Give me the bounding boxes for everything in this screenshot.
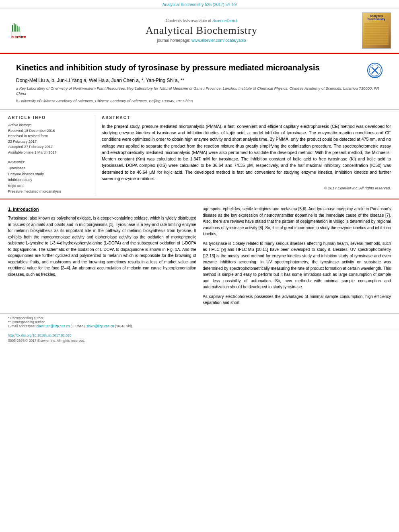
footnote-star: * Corresponding author. xyxy=(8,316,391,320)
svg-rect-1 xyxy=(12,25,13,31)
body-section: 1. Introduction Tyrosinase, also known a… xyxy=(0,199,399,313)
keywords-label: Keywords: xyxy=(8,160,88,164)
journal-cover-area: Analytical Biochemistry xyxy=(360,12,393,49)
journal-homepage-link[interactable]: www.elsevier.com/locate/yabio xyxy=(191,38,246,43)
article-info-panel: ARTICLE INFO Article history: Received 1… xyxy=(8,115,88,194)
kw-inhibition-study: Inhibition study xyxy=(8,177,88,183)
svg-rect-2 xyxy=(14,23,14,31)
intro-para-3: As tyrosinase is closely related to many… xyxy=(203,240,391,290)
article-info-heading: ARTICLE INFO xyxy=(8,115,88,120)
vertical-divider xyxy=(95,115,95,194)
body-right-column: age spots, ephelides, senile lentigines … xyxy=(203,206,391,309)
doi-anchor[interactable]: http://dx.doi.org/10.1016/j.ab.2017.02.0… xyxy=(8,333,71,337)
received-revised-label: Received in revised form xyxy=(8,134,88,139)
authors-line: Dong-Mei Liu a, b, Jun-Li Yang a, Wei Ha… xyxy=(16,78,383,83)
elsevier-logo-area: ELSEVIER xyxy=(6,12,43,49)
email-1-link[interactable]: chenjuan@licp.cas.cn xyxy=(36,324,70,328)
article-info-abstract-section: ARTICLE INFO Article history: Received 1… xyxy=(0,110,399,199)
intro-para-2: age spots, ephelides, senile lentigines … xyxy=(203,206,391,237)
svg-text:ELSEVIER: ELSEVIER xyxy=(11,35,26,39)
footnote-emails: E-mail addresses: chenjuan@licp.cas.cn (… xyxy=(8,324,391,328)
affiliation-a: a Key Laboratory of Chemistry of Northwe… xyxy=(16,86,383,97)
citation-text: Analytical Biochemistry 525 (2017) 54–59 xyxy=(162,2,237,7)
available-date: Available online 1 March 2017 xyxy=(8,150,88,156)
doi-link[interactable]: http://dx.doi.org/10.1016/j.ab.2017.02.0… xyxy=(8,333,391,337)
intro-para-1: Tyrosinase, also known as polyphenol oxi… xyxy=(8,215,196,277)
svg-rect-5 xyxy=(19,27,19,31)
journal-header: ELSEVIER Contents lists available at Sci… xyxy=(0,8,399,53)
accepted-date: Accepted 27 February 2017 xyxy=(8,144,88,150)
received-revised-date: 22 February 2017 xyxy=(8,139,88,145)
footnote-starstar: ** Corresponding author. xyxy=(8,320,391,324)
copyright-text: © 2017 Elsevier Inc. All rights reserved… xyxy=(102,186,391,190)
footer-section: http://dx.doi.org/10.1016/j.ab.2017.02.0… xyxy=(0,330,399,346)
citation-bar: Analytical Biochemistry 525 (2017) 54–59 xyxy=(0,0,399,8)
science-direct-link[interactable]: ScienceDirect xyxy=(212,18,237,23)
body-left-column: 1. Introduction Tyrosinase, also known a… xyxy=(8,206,196,309)
abstract-text: In the present study, pressure mediated … xyxy=(102,123,391,182)
intro-para-4: As capillary electrophoresis possesses t… xyxy=(203,294,391,306)
elsevier-logo-icon: ELSEVIER xyxy=(8,22,41,40)
received-date: Received 18 December 2016 xyxy=(8,128,88,134)
article-history-block: Article history: Received 18 December 20… xyxy=(8,123,88,156)
journal-homepage: journal homepage: www.elsevier.com/locat… xyxy=(157,38,246,43)
footer-issn: 0003-2697/© 2017 Elsevier Inc. All right… xyxy=(8,339,391,343)
journal-title-area: Contents lists available at ScienceDirec… xyxy=(47,12,356,49)
keywords-block: Keywords: Tyrosinase Enzyme kinetics stu… xyxy=(8,160,88,194)
svg-rect-3 xyxy=(15,24,16,31)
kw-enzyme-kinetics: Enzyme kinetics study xyxy=(8,171,88,177)
crossmark-icon: CrossMark xyxy=(367,62,383,78)
science-direct-text: Contents lists available at ScienceDirec… xyxy=(166,18,237,23)
svg-rect-4 xyxy=(17,25,18,31)
journal-cover-image: Analytical Biochemistry xyxy=(362,12,391,49)
cover-title: Analytical Biochemistry xyxy=(364,14,389,21)
article-header: CrossMark Kinetics and inhibition study … xyxy=(0,54,399,109)
abstract-heading: ABSTRACT xyxy=(102,115,391,120)
kw-kojic-acid: Kojic acid xyxy=(8,183,88,189)
email-2-link[interactable]: shiyp@licp.cas.cn xyxy=(86,324,114,328)
svg-text:CrossMark: CrossMark xyxy=(370,75,380,77)
article-title: Kinetics and inhibition study of tyrosin… xyxy=(16,62,383,73)
kw-pressure-mediated: Pressure mediated microanalysis xyxy=(8,189,88,194)
history-label: Article history: xyxy=(8,123,88,127)
footnotes-section: * Corresponding author. ** Corresponding… xyxy=(0,313,399,330)
abstract-panel: ABSTRACT In the present study, pressure … xyxy=(102,115,391,194)
journal-title: Analytical Biochemistry xyxy=(146,25,257,37)
kw-tyrosinase: Tyrosinase xyxy=(8,165,88,171)
introduction-heading: 1. Introduction xyxy=(8,206,196,213)
cover-decoration xyxy=(364,23,389,45)
affiliation-b: b University of Chinese Academy of Scien… xyxy=(16,98,383,103)
